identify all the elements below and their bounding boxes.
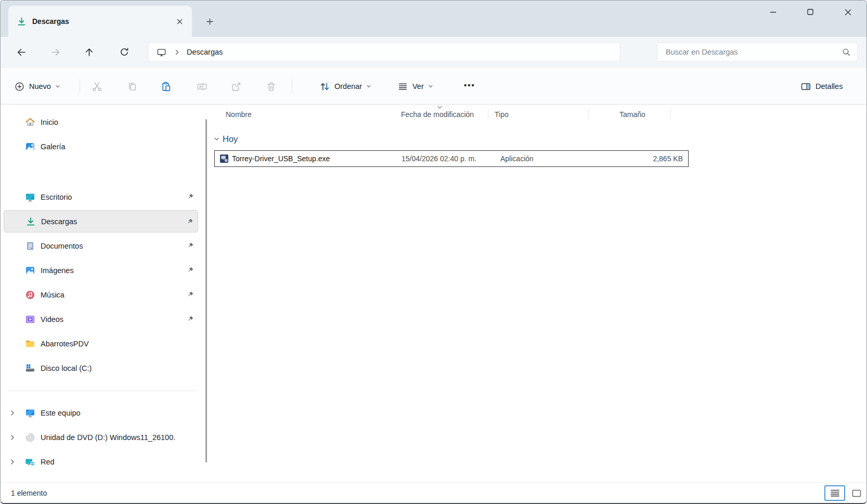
back-button[interactable] [12, 43, 31, 61]
copy-button[interactable] [121, 76, 144, 97]
window-controls [754, 1, 866, 23]
chevron-right-icon[interactable] [10, 459, 16, 465]
refresh-button[interactable] [115, 43, 134, 61]
delete-button[interactable] [260, 76, 282, 97]
music-icon [25, 290, 35, 300]
sidebar-item-imagenes[interactable]: Imágenes [4, 259, 198, 281]
sidebar-item-label: Escritorio [41, 193, 72, 201]
column-header-type[interactable]: Tipo [495, 105, 509, 124]
sidebar-item-escritorio[interactable]: Escritorio [4, 186, 198, 208]
close-window-button[interactable] [829, 1, 866, 23]
file-list-pane: Nombre Fecha de modificación Tipo Tamaño… [210, 105, 866, 483]
new-button[interactable]: Nuevo [8, 76, 67, 97]
column-separator[interactable] [588, 109, 589, 120]
breadcrumb-item[interactable]: Descargas [187, 48, 223, 56]
installer-file-icon [219, 154, 229, 163]
plus-icon [206, 18, 213, 25]
column-header-size[interactable]: Tamaño [619, 105, 645, 124]
sidebar-item-disco-local[interactable]: Disco local (C:) [4, 357, 198, 379]
maximize-button[interactable] [792, 1, 829, 23]
local-disk-icon [25, 363, 35, 373]
sidebar-item-este-equipo[interactable]: Este equipo [4, 402, 198, 424]
sidebar-item-documentos[interactable]: Documentos [4, 235, 198, 257]
address-bar[interactable]: Descargas [148, 42, 620, 62]
sidebar-item-musica[interactable]: Música [4, 283, 198, 306]
scissors-icon [92, 81, 102, 92]
dvd-icon [25, 432, 35, 443]
network-icon [25, 457, 35, 467]
minimize-button[interactable] [754, 1, 792, 23]
chevron-right-icon[interactable] [10, 434, 16, 441]
view-button[interactable]: Ver [392, 76, 438, 97]
file-explorer-window: Descargas [0, 0, 867, 504]
file-name: Torrey-Driver_USB_Setup.exe [232, 151, 330, 166]
sidebar-item-galeria[interactable]: Galería [4, 135, 198, 158]
toolbar-divider [80, 80, 80, 93]
share-icon [231, 81, 242, 92]
sidebar-item-label: Documentos [41, 242, 83, 250]
maximize-icon [807, 9, 813, 15]
column-separator[interactable] [488, 109, 488, 120]
search-icon[interactable] [842, 47, 851, 57]
paste-button[interactable] [154, 76, 177, 97]
file-modified: 15/04/2026 02:40 p. m. [402, 151, 476, 166]
up-button[interactable] [80, 43, 98, 61]
share-button[interactable] [225, 76, 248, 97]
new-tab-button[interactable] [202, 14, 217, 29]
sidebar-separator [8, 391, 197, 391]
home-icon [25, 117, 35, 127]
sidebar-item-red[interactable]: Red [4, 450, 198, 473]
explorer-body: Inicio Galería Escritorio Descargas Docu… [1, 105, 866, 483]
arrow-left-icon [16, 47, 27, 58]
cut-button[interactable] [85, 76, 108, 97]
sidebar-item-inicio[interactable]: Inicio [4, 111, 198, 133]
file-row-torrey-driver[interactable]: Torrey-Driver_USB_Setup.exe 15/04/2026 0… [214, 150, 689, 167]
download-icon [17, 17, 27, 27]
videos-icon [25, 314, 35, 325]
column-header-modified[interactable]: Fecha de modificación [401, 105, 474, 124]
sidebar-item-label: Inicio [41, 118, 58, 126]
more-button[interactable]: ••• [458, 76, 481, 97]
view-toggle-large-icons-button[interactable] [848, 485, 865, 501]
arrow-up-icon [84, 47, 95, 58]
sidebar-item-label: Disco local (C:) [41, 364, 92, 372]
forward-button[interactable] [46, 43, 64, 61]
tab-close-button[interactable] [172, 14, 187, 29]
group-header-hoy[interactable]: Hoy [214, 131, 866, 147]
file-type: Aplicación [500, 151, 534, 166]
sidebar-item-dvd-drive[interactable]: Unidad de DVD (D:) Windows11_26100. [4, 426, 198, 448]
pin-icon [186, 218, 193, 225]
sidebar-item-label: Descargas [41, 217, 77, 226]
large-icons-view-icon [852, 489, 861, 497]
column-separator[interactable] [670, 109, 671, 120]
chevron-down-icon [214, 136, 219, 142]
sidebar-item-descargas[interactable]: Descargas [4, 210, 198, 232]
view-toggle-details-button[interactable] [824, 485, 845, 501]
tab-downloads[interactable]: Descargas [8, 6, 192, 37]
navigation-pane: Inicio Galería Escritorio Descargas Docu… [1, 105, 210, 483]
this-pc-icon [25, 408, 35, 418]
command-toolbar: Nuevo Ordenar Ver [1, 67, 866, 105]
sidebar-item-label: Música [41, 291, 64, 299]
paste-icon [161, 81, 172, 92]
chevron-right-icon[interactable] [10, 410, 16, 416]
sidebar-item-label: Videos [41, 315, 63, 324]
minimize-icon [770, 9, 777, 16]
details-pane-button[interactable]: Detalles [795, 76, 848, 97]
tab-title: Descargas [32, 17, 69, 25]
sidebar-item-videos[interactable]: Videos [4, 308, 198, 330]
pictures-icon [25, 265, 35, 276]
downloads-icon [25, 216, 36, 227]
desktop-icon [25, 192, 35, 202]
sidebar-scrollbar[interactable] [205, 119, 207, 462]
pin-icon [187, 242, 194, 249]
breadcrumb-chevron-icon[interactable] [175, 49, 179, 55]
search-input[interactable] [666, 48, 842, 56]
rename-button[interactable] [190, 76, 213, 97]
sort-button[interactable]: Ordenar [314, 76, 377, 97]
pin-icon [187, 193, 194, 200]
monitor-icon [157, 47, 166, 57]
ellipsis-icon: ••• [464, 81, 475, 93]
column-header-name[interactable]: Nombre [226, 105, 252, 124]
sidebar-item-abarrotespdv[interactable]: AbarrotesPDV [4, 332, 198, 355]
